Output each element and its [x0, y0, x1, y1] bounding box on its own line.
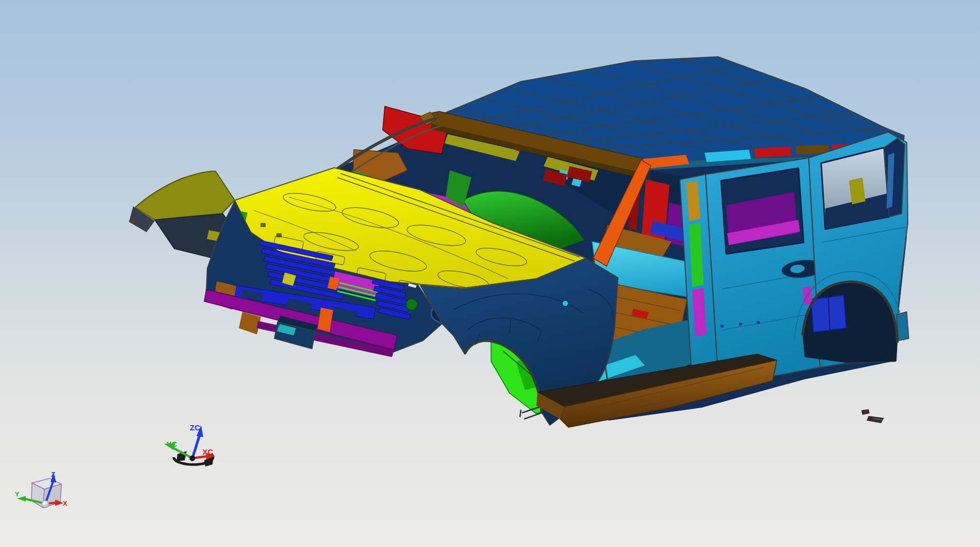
olive-fender-strip[interactable] [135, 171, 235, 220]
wcs-label-xc: XC [203, 447, 214, 456]
left-tip-red-dot [133, 220, 135, 223]
wcs-label-yc: YC [167, 440, 177, 448]
model-canvas[interactable]: ZC YC XC Z Y X [0, 0, 980, 547]
wcs-z-axis[interactable] [192, 433, 200, 458]
datum-origin-sphere[interactable] [42, 501, 49, 508]
datum-label-y: Y [15, 490, 20, 498]
datum-csys[interactable]: Z Y X [15, 471, 68, 508]
datum-label-x: X [63, 500, 68, 507]
cad-viewport[interactable]: ZC YC XC Z Y X [0, 0, 980, 547]
wcs-origin[interactable] [190, 456, 195, 461]
debris-parts[interactable] [861, 409, 884, 423]
car-body-model[interactable] [129, 57, 909, 427]
rear-lower-tab [896, 312, 909, 341]
wcs-triad[interactable]: ZC YC XC [164, 423, 215, 466]
fascia-green-disc [406, 299, 417, 310]
fender-cyan-dot [563, 301, 568, 306]
loose-part-small-red-dot [864, 411, 867, 413]
wcs-label-zc: ZC [190, 423, 200, 432]
datum-label-z: Z [51, 471, 55, 478]
loose-part-long-red-dot [873, 418, 875, 420]
